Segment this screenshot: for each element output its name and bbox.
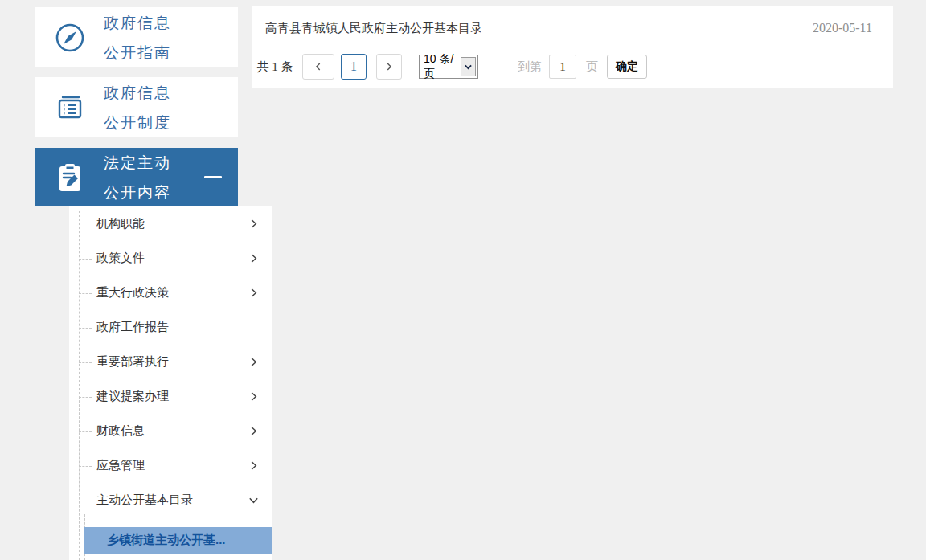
notebook-icon: [52, 90, 88, 125]
tree-item-label: 重要部署执行: [96, 354, 169, 370]
tree-item-label: 建议提案办理: [96, 389, 169, 404]
tree-item-deployment[interactable]: 重要部署执行: [69, 345, 272, 379]
tree-item-proposals[interactable]: 建议提案办理: [69, 379, 272, 414]
list-item: 高青县青城镇人民政府主动公开基本目录 2020-05-11: [252, 6, 893, 36]
compass-icon: [52, 20, 88, 55]
goto-page-prefix-label: 到第: [518, 59, 542, 75]
page-1-button[interactable]: 1: [341, 54, 367, 80]
sidebar-item-info-system[interactable]: 政府信息 公开制度: [35, 77, 238, 137]
tree-item-township-catalog-active[interactable]: 乡镇街道主动公开基...: [84, 527, 272, 554]
sidebar-submenu: 机构职能 政策文件 重大行政决策 政府工作报告 重要部署执行: [69, 206, 272, 560]
tree-item-label: 政府工作报告: [96, 320, 169, 335]
sidebar-item-label: 法定主动 公开内容: [104, 148, 171, 207]
goto-page-input[interactable]: [549, 55, 576, 79]
page-size-value: 10 条/页: [424, 52, 461, 81]
chevron-right-icon: [248, 287, 260, 299]
content-panel: 高青县青城镇人民政府主动公开基本目录 2020-05-11 共 1 条 1 10…: [252, 6, 893, 88]
chevron-right-icon: [383, 61, 395, 72]
tree-item-label: 乡镇街道主动公开基...: [107, 533, 226, 548]
chevron-down-icon: [248, 494, 260, 506]
tree-item-label: 机构职能: [96, 216, 145, 231]
next-page-button[interactable]: [376, 54, 402, 80]
sidebar-item-info-guide[interactable]: 政府信息 公开指南: [35, 7, 238, 67]
confirm-button[interactable]: 确定: [607, 55, 647, 79]
tree-item-label: 主动公开基本目录: [96, 493, 193, 508]
sidebar-item-legal-disclosure[interactable]: 法定主动 公开内容: [35, 148, 238, 206]
tree-item-label: 应急管理: [96, 458, 145, 473]
chevron-right-icon: [248, 425, 260, 437]
chevron-right-icon: [248, 218, 260, 230]
tree-item-orgs[interactable]: 机构职能: [69, 206, 272, 241]
document-link[interactable]: 高青县青城镇人民政府主动公开基本目录: [265, 21, 482, 36]
pagination: 共 1 条 1 10 条/页 到第 页 确定: [252, 54, 893, 80]
tree-item-policies[interactable]: 政策文件: [69, 241, 272, 276]
tree-item-label: 重大行政决策: [96, 285, 169, 300]
page-size-select[interactable]: 10 条/页: [419, 55, 478, 79]
prev-page-button[interactable]: [302, 54, 334, 80]
sidebar-item-label: 政府信息 公开指南: [104, 8, 171, 67]
goto-page-suffix-label: 页: [586, 59, 598, 75]
tree-item-label: 财政信息: [96, 423, 145, 439]
chevron-right-icon: [248, 356, 260, 368]
tree-item-basic-catalog[interactable]: 主动公开基本目录: [69, 483, 272, 517]
tree-item-label: 政策文件: [96, 251, 145, 266]
tree-item-finance[interactable]: 财政信息: [69, 414, 272, 448]
chevron-right-icon: [248, 460, 260, 472]
chevron-right-icon: [248, 390, 260, 403]
clipboard-pencil-icon: [52, 160, 88, 195]
minus-icon[interactable]: [204, 176, 222, 178]
chevron-left-icon: [313, 61, 324, 72]
sidebar-item-label: 政府信息 公开制度: [104, 78, 171, 137]
document-date: 2020-05-11: [813, 21, 872, 35]
tree-item-work-report[interactable]: 政府工作报告: [69, 310, 272, 345]
chevron-down-icon: [461, 57, 476, 76]
total-count-label: 共 1 条: [256, 59, 294, 75]
tree-item-major-decisions[interactable]: 重大行政决策: [69, 276, 272, 310]
chevron-right-icon: [248, 252, 260, 264]
tree-item-emergency[interactable]: 应急管理: [69, 448, 272, 483]
